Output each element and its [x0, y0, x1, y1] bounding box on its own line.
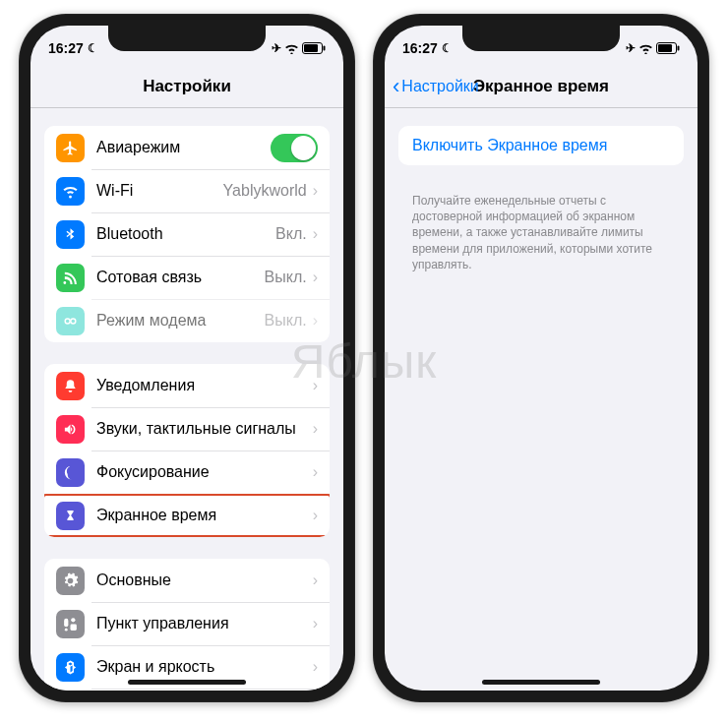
chevron-right-icon: ›	[313, 269, 318, 286]
settings-row[interactable]: BluetoothВкл.›	[44, 212, 330, 256]
chevron-left-icon: ‹	[393, 74, 399, 99]
notch	[108, 26, 266, 51]
cellular-icon	[56, 264, 85, 292]
status-time: 16:27	[48, 40, 84, 56]
chevron-right-icon: ›	[313, 507, 318, 524]
row-label: Фокусирование	[96, 463, 313, 481]
row-label: Уведомления	[96, 377, 313, 394]
svg-rect-18	[678, 46, 680, 51]
airplane-icon	[56, 134, 85, 162]
svg-point-4	[71, 319, 76, 324]
svg-rect-8	[71, 624, 77, 630]
enable-screentime-button[interactable]: Включить Экранное время	[398, 126, 684, 165]
row-label: Wi-Fi	[96, 182, 223, 200]
airplane-status-icon: ✈︎	[272, 41, 281, 55]
battery-icon	[302, 42, 326, 54]
back-label: Настройки	[401, 78, 478, 95]
svg-rect-5	[64, 618, 68, 627]
chevron-right-icon: ›	[313, 377, 318, 394]
settings-row[interactable]: Авиарежим	[44, 126, 330, 169]
settings-row[interactable]: Основные›	[44, 559, 330, 602]
settings-row[interactable]: Экран «Домой»›	[44, 689, 330, 691]
screentime-icon	[56, 502, 85, 530]
row-label: Звуки, тактильные сигналы	[96, 420, 313, 438]
bluetooth-icon	[56, 220, 85, 249]
settings-row[interactable]: Экранное время›	[44, 494, 330, 537]
row-label: Экранное время	[96, 507, 313, 524]
chevron-right-icon: ›	[313, 182, 318, 200]
focus-icon	[56, 458, 85, 487]
action-group: Включить Экранное время	[398, 126, 684, 165]
settings-row[interactable]: Wi-FiYablykworld›	[44, 169, 330, 212]
settings-row[interactable]: Пункт управления›	[44, 602, 330, 645]
phone-right: 16:27 ☾ ✈︎ ‹ Настройки	[373, 14, 709, 702]
row-label: Сотовая связь	[96, 269, 265, 286]
svg-rect-2	[324, 46, 326, 51]
settings-group: Уведомления›Звуки, тактильные сигналы›Фо…	[44, 364, 330, 537]
status-time: 16:27	[402, 40, 438, 56]
battery-icon	[656, 42, 680, 54]
home-indicator	[482, 680, 600, 685]
svg-point-7	[71, 618, 75, 622]
back-button[interactable]: ‹ Настройки	[393, 74, 479, 99]
hotspot-icon	[56, 307, 85, 335]
phone-left: 16:27 ☾ ✈︎ Настройки АвиарежимWi-FiYably…	[19, 14, 355, 702]
svg-rect-1	[304, 44, 318, 52]
chevron-right-icon: ›	[313, 571, 318, 589]
nav-bar: Настройки	[30, 65, 343, 108]
airplane-status-icon: ✈︎	[626, 41, 636, 55]
row-label: Экран и яркость	[96, 658, 313, 676]
svg-rect-17	[658, 44, 672, 52]
chevron-right-icon: ›	[313, 615, 318, 632]
sounds-icon	[56, 415, 85, 444]
svg-point-6	[65, 628, 68, 631]
notch	[462, 26, 620, 51]
row-value: Yablykworld	[223, 182, 307, 200]
wifi-status-icon	[638, 43, 653, 54]
chevron-right-icon: ›	[313, 463, 318, 481]
wifi-icon	[56, 177, 85, 206]
row-value: Выкл.	[265, 312, 307, 330]
toggle-switch[interactable]	[271, 134, 318, 162]
settings-row[interactable]: Режим модемаВыкл.›	[44, 299, 330, 342]
settings-group: Основные›Пункт управления›Экран и яркост…	[44, 559, 330, 691]
page-title: Экранное время	[473, 77, 609, 96]
row-label: Пункт управления	[96, 615, 313, 632]
settings-row[interactable]: Фокусирование›	[44, 451, 330, 494]
row-label: Bluetooth	[96, 225, 275, 243]
settings-group: АвиарежимWi-FiYablykworld›BluetoothВкл.›…	[44, 126, 330, 342]
chevron-right-icon: ›	[313, 312, 318, 330]
chevron-right-icon: ›	[313, 225, 318, 243]
svg-point-3	[65, 319, 70, 324]
home-indicator	[128, 680, 246, 685]
general-icon	[56, 567, 85, 595]
dnd-moon-icon: ☾	[88, 41, 98, 55]
footer-description: Получайте еженедельные отчеты с достовер…	[385, 187, 698, 272]
wifi-status-icon	[284, 43, 299, 54]
row-label: Режим модема	[96, 312, 265, 330]
page-title: Настройки	[143, 77, 231, 96]
nav-bar: ‹ Настройки Экранное время	[385, 65, 698, 108]
chevron-right-icon: ›	[313, 658, 318, 676]
dnd-moon-icon: ☾	[442, 41, 453, 55]
settings-row[interactable]: Уведомления›	[44, 364, 330, 407]
control-center-icon	[56, 610, 85, 638]
row-value: Вкл.	[275, 225, 307, 243]
settings-row[interactable]: Сотовая связьВыкл.›	[44, 256, 330, 299]
display-icon	[56, 653, 85, 682]
chevron-right-icon: ›	[313, 420, 318, 438]
row-value: Выкл.	[265, 269, 307, 286]
row-label: Основные	[96, 571, 313, 589]
row-label: Авиарежим	[96, 139, 271, 156]
notifications-icon	[56, 372, 85, 400]
settings-row[interactable]: Звуки, тактильные сигналы›	[44, 407, 330, 451]
